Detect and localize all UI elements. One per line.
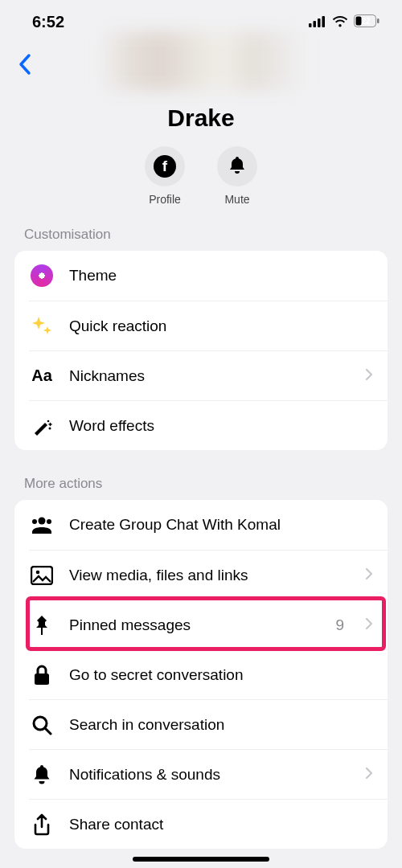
share-icon <box>29 812 55 837</box>
section-header-customisation: Customisation <box>0 206 402 251</box>
chevron-right-icon <box>365 567 373 583</box>
svg-line-18 <box>45 728 51 734</box>
row-theme-label: Theme <box>69 267 373 285</box>
row-nicknames-label: Nicknames <box>69 367 351 385</box>
wand-icon <box>29 413 55 439</box>
theme-icon <box>29 263 55 289</box>
row-word-effects[interactable]: Word effects <box>29 400 388 450</box>
bell-icon <box>228 155 247 178</box>
card-customisation: Theme Quick reaction Aa Nicknames Word e… <box>14 251 388 450</box>
svg-point-11 <box>32 519 37 524</box>
svg-rect-0 <box>309 23 312 27</box>
action-mute-label: Mute <box>224 193 249 206</box>
chevron-right-icon <box>365 767 373 783</box>
home-indicator[interactable] <box>133 857 269 862</box>
battery-icon: 22 <box>354 13 379 31</box>
status-time: 6:52 <box>32 13 64 31</box>
row-theme[interactable]: Theme <box>29 251 388 301</box>
row-view-media[interactable]: View media, files and links <box>29 550 388 600</box>
chevron-right-icon <box>365 368 373 384</box>
svg-rect-6 <box>377 18 379 23</box>
group-icon <box>29 512 55 538</box>
svg-rect-1 <box>314 21 317 27</box>
row-nicknames[interactable]: Aa Nicknames <box>29 350 388 400</box>
card-more-actions: Create Group Chat With Komal View media,… <box>14 500 388 849</box>
contact-name: Drake <box>0 104 402 132</box>
row-notifications[interactable]: Notifications & sounds <box>29 749 388 799</box>
row-search-conversation[interactable]: Search in conversation <box>29 699 388 749</box>
image-icon <box>29 563 55 588</box>
svg-point-14 <box>36 570 40 574</box>
row-notifications-label: Notifications & sounds <box>69 766 351 784</box>
contact-header: Drake f Profile Mute <box>0 43 402 206</box>
svg-rect-16 <box>35 674 49 685</box>
action-profile[interactable]: f Profile <box>145 146 185 206</box>
wifi-icon <box>331 13 349 31</box>
facebook-icon: f <box>154 155 176 178</box>
svg-point-10 <box>39 518 46 525</box>
row-view-media-label: View media, files and links <box>69 567 351 584</box>
row-share-contact[interactable]: Share contact <box>29 799 388 849</box>
svg-point-12 <box>47 519 51 524</box>
row-pinned-count: 9 <box>335 616 344 634</box>
cellular-icon <box>309 13 326 31</box>
search-icon <box>29 712 55 738</box>
row-word-effects-label: Word effects <box>69 417 373 435</box>
row-secret-label: Go to secret conversation <box>69 666 373 684</box>
row-pinned-messages[interactable]: Pinned messages 9 <box>29 600 388 649</box>
lock-icon <box>29 662 55 688</box>
pin-icon <box>29 612 55 638</box>
row-share-label: Share contact <box>69 816 373 833</box>
section-header-more-actions: More actions <box>0 450 402 500</box>
svg-point-8 <box>47 420 50 422</box>
row-quick-reaction[interactable]: Quick reaction <box>29 301 388 350</box>
row-create-group-label: Create Group Chat With Komal <box>69 516 373 534</box>
status-right: 22 <box>309 13 379 31</box>
action-mute[interactable]: Mute <box>217 146 257 206</box>
chevron-right-icon <box>365 617 373 633</box>
svg-rect-2 <box>318 18 321 27</box>
row-create-group[interactable]: Create Group Chat With Komal <box>29 500 388 550</box>
svg-point-9 <box>49 427 51 429</box>
row-quick-reaction-label: Quick reaction <box>69 317 373 335</box>
svg-rect-5 <box>356 16 362 25</box>
action-profile-label: Profile <box>149 193 181 206</box>
bell-solid-icon <box>29 762 55 788</box>
row-secret-conversation[interactable]: Go to secret conversation <box>29 649 388 699</box>
svg-rect-3 <box>322 16 326 27</box>
row-pinned-label: Pinned messages <box>69 616 321 634</box>
svg-rect-15 <box>41 628 43 635</box>
svg-text:22: 22 <box>361 17 371 26</box>
text-aa-icon: Aa <box>29 363 55 389</box>
sparkle-icon <box>29 313 55 339</box>
row-search-label: Search in conversation <box>69 716 373 734</box>
